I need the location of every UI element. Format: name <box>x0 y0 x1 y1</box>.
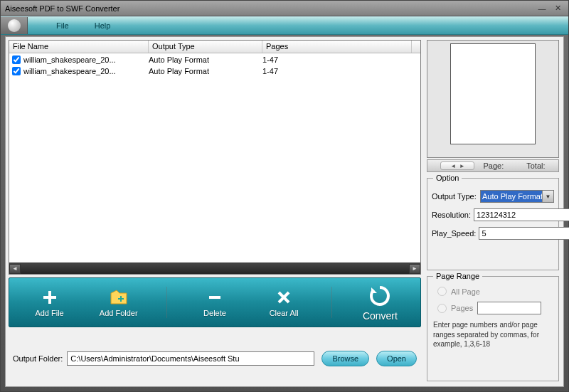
output-type-label: Output Type: <box>432 192 480 201</box>
clear-all-button[interactable]: Clear All <box>262 288 305 317</box>
scroll-left-icon[interactable]: ◄ <box>9 264 21 274</box>
cell-output-type: Auto Play Format <box>149 55 262 64</box>
scroll-right-icon[interactable]: ► <box>409 264 420 274</box>
table-row[interactable]: william_shakespeare_20...Auto Play Forma… <box>9 65 420 77</box>
clear-all-label: Clear All <box>270 309 299 317</box>
close-button[interactable]: ✕ <box>551 4 564 14</box>
output-folder-input[interactable] <box>67 351 314 366</box>
add-file-button[interactable]: Add File <box>28 288 71 317</box>
browse-button[interactable]: Browse <box>321 351 369 366</box>
toolbar-separator <box>166 287 167 318</box>
add-file-label: Add File <box>35 309 63 317</box>
chevron-down-icon: ▼ <box>542 191 553 202</box>
resolution-input[interactable] <box>474 208 569 221</box>
resolution-label: Resolution: <box>432 211 474 219</box>
add-folder-button[interactable]: Add Folder <box>97 288 140 317</box>
row-checkbox[interactable] <box>12 55 21 64</box>
action-toolbar: Add File Add Folder Delete Clear All <box>9 277 421 327</box>
plus-icon <box>41 288 59 307</box>
row-checkbox[interactable] <box>12 67 21 75</box>
column-headers: File Name Output Type Pages <box>9 41 420 53</box>
preview-page <box>450 43 536 144</box>
app-icon <box>8 19 21 32</box>
convert-button[interactable]: Convert <box>358 284 401 322</box>
cell-pages: 1-47 <box>262 67 348 75</box>
all-page-label: All Page <box>451 287 480 296</box>
option-legend: Option <box>433 174 462 182</box>
svg-rect-0 <box>209 296 220 299</box>
x-icon <box>275 288 293 307</box>
play-speed-label: Play_Speed: <box>432 229 479 238</box>
menubar-wrap: File Help <box>1 16 568 35</box>
output-folder-label: Output Folder: <box>13 354 63 363</box>
table-row[interactable]: william_shakespeare_20...Auto Play Forma… <box>9 54 420 65</box>
convert-icon <box>368 284 392 308</box>
toolbar-separator-2 <box>331 287 332 318</box>
pages-label: Pages <box>451 304 473 312</box>
window-title: Aiseesoft PDF to SWF Converter <box>5 4 533 13</box>
folder-plus-icon <box>110 288 128 307</box>
delete-button[interactable]: Delete <box>193 288 236 317</box>
pages-input[interactable] <box>477 302 541 314</box>
menu-help[interactable]: Help <box>82 17 124 34</box>
convert-label: Convert <box>363 310 398 322</box>
output-folder-row: Output Folder: Browse Open <box>9 334 421 383</box>
preview-controls: ◄ ► Page: Total: <box>427 159 559 172</box>
page-range-group: Page Range All Page Pages Enter page num… <box>427 276 559 381</box>
delete-label: Delete <box>203 309 226 317</box>
option-group: Option Output Type: Auto Play Format ▼ R… <box>427 178 559 270</box>
file-list: File Name Output Type Pages william_shak… <box>9 40 421 275</box>
cell-file-name: william_shakespeare_20... <box>23 67 149 75</box>
titlebar: Aiseesoft PDF to SWF Converter — ✕ <box>1 1 568 16</box>
minus-icon <box>206 288 224 307</box>
menubar: File Help <box>28 17 123 34</box>
output-type-value: Auto Play Format <box>482 192 543 201</box>
cell-file-name: william_shakespeare_20... <box>23 55 149 64</box>
page-range-legend: Page Range <box>433 272 482 280</box>
output-type-select[interactable]: Auto Play Format ▼ <box>480 190 554 203</box>
page-range-hint: Enter page numbers and/or page ranges se… <box>433 320 553 349</box>
minimize-button[interactable]: — <box>536 4 548 14</box>
all-page-radio[interactable] <box>437 287 447 296</box>
open-button[interactable]: Open <box>376 351 417 366</box>
total-label: Total: <box>526 161 545 170</box>
play-speed-input[interactable] <box>479 227 569 240</box>
col-pages[interactable]: Pages <box>262 41 412 53</box>
page-label: Page: <box>483 161 504 170</box>
preview-nav-arrows[interactable]: ◄ ► <box>440 161 474 170</box>
menu-file[interactable]: File <box>43 17 82 34</box>
col-output-type[interactable]: Output Type <box>149 41 262 53</box>
app-window: Aiseesoft PDF to SWF Converter — ✕ File … <box>0 0 569 392</box>
pages-radio[interactable] <box>437 304 447 313</box>
app-icon-cell <box>1 17 28 34</box>
file-rows: william_shakespeare_20...Auto Play Forma… <box>9 53 420 78</box>
cell-output-type: Auto Play Format <box>149 67 262 75</box>
horizontal-scrollbar[interactable]: ◄ ► <box>9 263 420 274</box>
preview-pane <box>427 40 559 158</box>
add-folder-label: Add Folder <box>100 309 138 317</box>
content-area: File Name Output Type Pages william_shak… <box>5 36 564 387</box>
cell-pages: 1-47 <box>262 55 348 64</box>
col-file-name[interactable]: File Name <box>9 41 149 53</box>
